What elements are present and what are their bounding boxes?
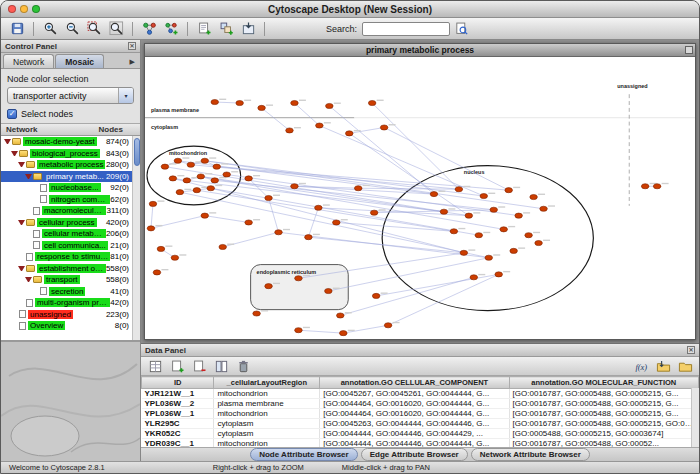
network-node[interactable] <box>337 313 345 318</box>
network-tree-row[interactable]: Overview8(0) <box>1 320 140 332</box>
import-network-button[interactable] <box>238 19 258 38</box>
tab-edge-attribute-browser[interactable]: Edge Attribute Browser <box>361 448 468 461</box>
network-node[interactable] <box>450 229 458 234</box>
network-node[interactable] <box>223 172 231 177</box>
network-node[interactable] <box>500 227 508 232</box>
network-node[interactable] <box>316 123 324 128</box>
network-edge[interactable] <box>262 108 290 131</box>
network-tree-row[interactable]: transport558(0) <box>1 274 140 286</box>
table-cell[interactable]: cytoplasm <box>214 429 320 439</box>
zoom-out-button[interactable] <box>62 19 82 38</box>
network-tree-row[interactable]: secretion41(0) <box>1 286 140 298</box>
table-row[interactable]: YPL036W__2plasma membrane[GO:0044464, GO… <box>142 399 699 409</box>
tab-network[interactable]: Network <box>3 54 54 68</box>
network-node[interactable] <box>201 213 209 218</box>
network-node[interactable] <box>295 276 303 281</box>
network-node[interactable] <box>465 213 473 218</box>
expand-triangle-icon[interactable] <box>25 277 32 282</box>
table-cell[interactable]: cytoplasm <box>214 419 320 429</box>
table-cell[interactable]: [GO:0044444, GO:0044446, GO:0044429, ... <box>320 429 509 439</box>
table-row[interactable]: YDR039C__1mitochondrion[GO:0044444, GO:0… <box>142 439 699 448</box>
network-node[interactable] <box>207 186 215 191</box>
network-tree-row[interactable]: response to stimul...81(0) <box>1 251 140 263</box>
network-edge[interactable] <box>388 274 499 325</box>
network-node[interactable] <box>291 100 299 105</box>
table-cell[interactable]: [GO:0016787, GO:0005488, GO:0005215, GO:… <box>509 419 698 429</box>
tree-scrollbar-thumb[interactable] <box>134 138 140 166</box>
network-node[interactable] <box>339 331 347 336</box>
network-node[interactable] <box>495 272 503 277</box>
network-tree-row[interactable]: unassigned223(0) <box>1 309 140 321</box>
table-cell[interactable]: plasma membrane <box>214 399 320 409</box>
table-scrollbar[interactable] <box>691 388 699 447</box>
network-node[interactable] <box>174 158 182 163</box>
search-input[interactable] <box>362 22 450 36</box>
network-tree-row[interactable]: biological_process843(0) <box>1 148 140 160</box>
network-edge[interactable] <box>197 190 454 231</box>
tree-scrollbar[interactable] <box>132 136 140 340</box>
network-node[interactable] <box>490 207 498 212</box>
table-cell[interactable]: [GO:0044464, GO:0016020, GO:0044444, G..… <box>320 409 509 419</box>
trash-button[interactable] <box>233 357 253 376</box>
tab-node-attribute-browser[interactable]: Node Attribute Browser <box>250 448 358 461</box>
network-node[interactable] <box>197 174 205 179</box>
column-layout-button[interactable] <box>211 357 231 376</box>
network-tree-row[interactable]: multi-organism pro...42(0) <box>1 297 140 309</box>
network-node[interactable] <box>326 103 334 108</box>
data-panel-close-icon[interactable] <box>687 346 695 354</box>
network-node[interactable] <box>455 187 463 192</box>
column-header[interactable]: annotation.GO CELLULAR_COMPONENT <box>320 377 509 389</box>
network-node[interactable] <box>530 194 538 199</box>
table-cell[interactable]: [GO:0016787, GO:0005488, GO:0005215, G..… <box>509 409 698 419</box>
table-cell[interactable]: YDR039C__1 <box>142 439 214 448</box>
expand-triangle-icon[interactable] <box>4 139 11 144</box>
table-row[interactable]: YKR052Ccytoplasm[GO:0044444, GO:0044446,… <box>142 429 699 439</box>
network-overview-button[interactable] <box>139 19 159 38</box>
network-node[interactable] <box>291 184 299 189</box>
network-node[interactable] <box>470 275 478 280</box>
delete-attribute-button[interactable] <box>189 357 209 376</box>
network-node[interactable] <box>480 193 488 198</box>
network-node[interactable] <box>176 190 184 195</box>
tab-network-attribute-browser[interactable]: Network Attribute Browser <box>471 448 590 461</box>
network-node[interactable] <box>440 209 448 214</box>
network-node[interactable] <box>653 184 661 189</box>
window-titlebar[interactable]: Cytoscape Desktop (New Session) <box>1 1 699 18</box>
network-node[interactable] <box>515 213 523 218</box>
network-node[interactable] <box>372 293 380 298</box>
minimize-window-button[interactable] <box>20 5 28 13</box>
network-edge[interactable] <box>215 180 494 209</box>
network-node[interactable] <box>245 176 253 181</box>
network-view-titlebar[interactable]: primary metabolic process <box>145 44 695 57</box>
table-cell[interactable]: YJR121W__1 <box>142 389 214 399</box>
expand-triangle-icon[interactable] <box>11 151 18 156</box>
network-canvas[interactable]: plasma membrane cytoplasm mitochondrion … <box>145 57 695 339</box>
network-node[interactable] <box>265 284 273 289</box>
column-header[interactable]: ID <box>142 377 214 389</box>
node-color-combobox[interactable]: transporter activity <box>7 87 134 104</box>
select-nodes-checkbox[interactable] <box>7 109 17 119</box>
column-header[interactable]: annotation.GO MOLECULAR_FUNCTION <box>509 377 698 389</box>
table-cell[interactable]: [GO:0045263, GO:0044444, GO:0044446, G..… <box>320 419 509 429</box>
table-cell[interactable]: YPL036W__2 <box>142 399 214 409</box>
tab-mosaic[interactable]: Mosaic <box>55 54 104 68</box>
expand-triangle-icon[interactable] <box>18 266 25 271</box>
network-node[interactable] <box>333 220 341 225</box>
network-edge[interactable] <box>173 178 464 252</box>
network-edge[interactable] <box>336 222 454 231</box>
network-node[interactable] <box>193 188 201 193</box>
network-edge[interactable] <box>151 204 153 228</box>
network-tree-row[interactable]: macromolecule...311(0) <box>1 205 140 217</box>
network-node[interactable] <box>535 240 543 245</box>
zoom-window-button[interactable] <box>32 5 40 13</box>
zoom-fit-button[interactable] <box>106 19 126 38</box>
network-node[interactable] <box>245 220 253 225</box>
table-cell[interactable]: [GO:0016787, GO:0005488, GO:00052... <box>509 439 698 448</box>
network-node[interactable] <box>275 230 283 235</box>
tab-scroll-right-icon[interactable] <box>127 58 138 68</box>
network-node[interactable] <box>286 128 294 133</box>
network-edge[interactable] <box>358 188 459 189</box>
network-create-button[interactable] <box>161 19 181 38</box>
network-node[interactable] <box>525 233 533 238</box>
network-node[interactable] <box>265 195 273 200</box>
